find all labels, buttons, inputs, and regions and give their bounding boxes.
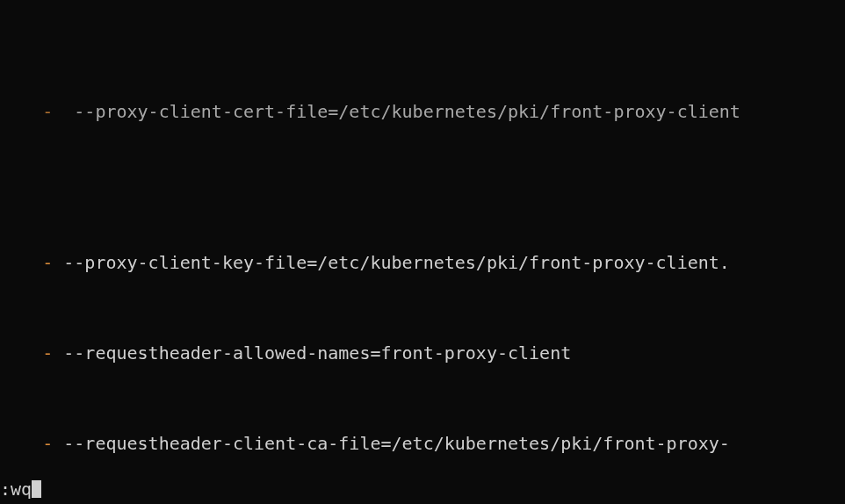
arg-text: --proxy-client-cert-file=/etc/kubernetes…	[63, 101, 740, 122]
cursor-icon	[32, 480, 41, 498]
yaml-list-item: - --requestheader-allowed-names=front-pr…	[0, 338, 845, 369]
yaml-list-item: - --proxy-client-cert-file=/etc/kubernet…	[0, 97, 845, 127]
vim-command-line[interactable]: :wq	[0, 474, 41, 504]
arg-text: --requestheader-client-ca-file=/etc/kube…	[63, 433, 730, 454]
dash-icon: -	[42, 342, 53, 364]
vim-command-text: :wq	[0, 479, 32, 500]
dash-icon: -	[42, 101, 53, 122]
yaml-editor[interactable]: - --proxy-client-cert-file=/etc/kubernet…	[0, 0, 845, 504]
dash-icon: -	[42, 433, 53, 454]
dash-icon: -	[42, 252, 53, 273]
yaml-list-item: - --requestheader-client-ca-file=/etc/ku…	[0, 428, 845, 459]
arg-text: --requestheader-allowed-names=front-prox…	[63, 342, 571, 364]
yaml-list-item: - --proxy-client-key-file=/etc/kubernete…	[0, 248, 845, 278]
arg-text: --proxy-client-key-file=/etc/kubernetes/…	[63, 252, 730, 273]
